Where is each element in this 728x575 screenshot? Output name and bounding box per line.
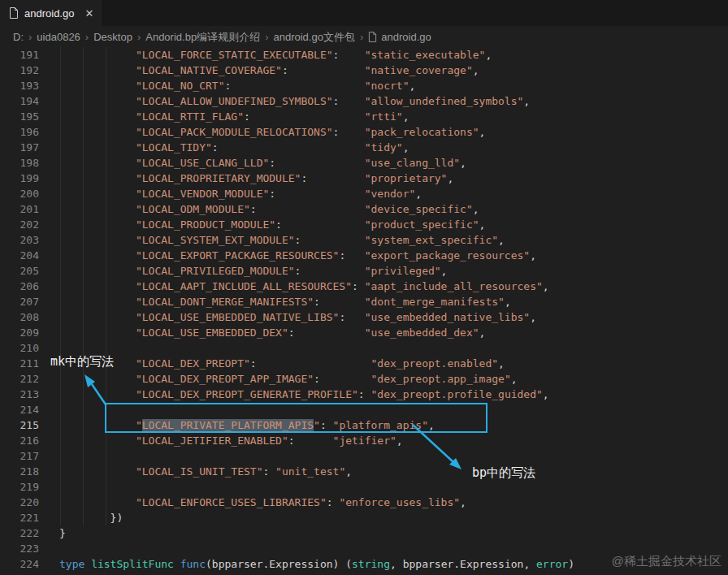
code-line[interactable]: 224type listSplitFunc func(bpparser.Expr… <box>0 556 728 572</box>
code-text: "LOCAL_AAPT_INCLUDE_ALL_RESOURCES": "aap… <box>39 279 549 294</box>
code-line[interactable]: 206 "LOCAL_AAPT_INCLUDE_ALL_RESOURCES": … <box>0 279 728 294</box>
code-text: "LOCAL_USE_CLANG_LLD": "use_clang_lld", <box>39 155 466 171</box>
code-line[interactable]: 208 "LOCAL_USE_EMBEDDED_NATIVE_LIBS": "u… <box>0 309 728 325</box>
line-number[interactable]: 211 <box>0 356 39 371</box>
breadcrumb-item[interactable]: Andorid.bp编译规则介绍 <box>145 30 260 45</box>
line-number[interactable]: 196 <box>0 124 39 140</box>
code-line[interactable]: 213 "LOCAL_DEX_PREOPT_GENERATE_PROFILE":… <box>0 387 728 402</box>
line-number[interactable]: 206 <box>0 279 39 294</box>
code-line[interactable]: 199 "LOCAL_PROPRIETARY_MODULE": "proprie… <box>0 171 728 186</box>
code-line[interactable]: 221 }) <box>0 510 728 525</box>
code-line[interactable]: 201 "LOCAL_ODM_MODULE": "device_specific… <box>0 201 728 217</box>
line-number[interactable]: 201 <box>0 201 39 217</box>
code-text: } <box>39 525 66 541</box>
breadcrumb-item[interactable]: android.go <box>368 31 431 43</box>
code-line[interactable]: 219 <box>0 479 728 495</box>
line-number[interactable]: 219 <box>0 479 39 495</box>
breadcrumb-item[interactable]: uida0826 <box>37 31 80 43</box>
code-text <box>39 448 59 464</box>
code-line[interactable]: 210 <box>0 340 728 356</box>
code-line[interactable]: 203 "LOCAL_SYSTEM_EXT_MODULE": "system_e… <box>0 232 728 248</box>
chevron-right-icon: › <box>136 31 141 43</box>
code-line[interactable]: 211 "LOCAL_DEX_PREOPT": "dex_preopt.enab… <box>0 356 728 371</box>
code-text: "LOCAL_DEX_PREOPT_GENERATE_PROFILE": "de… <box>39 387 549 402</box>
code-text: }) <box>39 510 123 525</box>
line-number[interactable]: 208 <box>0 309 39 325</box>
breadcrumb-item[interactable]: D: <box>13 31 24 43</box>
code-line[interactable]: 197 "LOCAL_TIDY": "tidy", <box>0 140 728 155</box>
code-line[interactable]: 204 "LOCAL_EXPORT_PACKAGE_RESOURCES": "e… <box>0 248 728 263</box>
code-line[interactable]: 214 <box>0 402 728 417</box>
line-number[interactable]: 209 <box>0 325 39 340</box>
code-line[interactable]: 194 "LOCAL_ALLOW_UNDEFINED_SYMBOLS": "al… <box>0 93 728 109</box>
line-number[interactable]: 224 <box>0 556 39 572</box>
file-icon <box>368 32 377 42</box>
line-number[interactable]: 191 <box>0 47 39 63</box>
code-line[interactable]: 215 "LOCAL_PRIVATE_PLATFORM_APIS": "plat… <box>0 417 728 433</box>
line-number[interactable]: 215 <box>0 417 39 433</box>
line-number[interactable]: 194 <box>0 93 39 109</box>
line-number[interactable]: 218 <box>0 464 39 479</box>
code-line[interactable]: 196 "LOCAL_PACK_MODULE_RELOCATIONS": "pa… <box>0 124 728 140</box>
code-text: "LOCAL_PROPRIETARY_MODULE": "proprietary… <box>39 171 453 186</box>
line-number[interactable]: 222 <box>0 525 39 541</box>
tab-label: android.go <box>24 7 74 19</box>
code-line[interactable]: 200 "LOCAL_VENDOR_MODULE": "vendor", <box>0 186 728 201</box>
line-number[interactable]: 213 <box>0 387 39 402</box>
line-number[interactable]: 195 <box>0 109 39 124</box>
code-area: 191 "LOCAL_FORCE_STATIC_EXECUTABLE": "st… <box>0 47 728 572</box>
line-number[interactable]: 199 <box>0 171 39 186</box>
code-line[interactable]: 222} <box>0 525 728 541</box>
code-line[interactable]: 193 "LOCAL_NO_CRT": "nocrt", <box>0 78 728 93</box>
line-number[interactable]: 203 <box>0 232 39 248</box>
code-line[interactable]: 217 <box>0 448 728 464</box>
line-number[interactable]: 204 <box>0 248 39 263</box>
code-text: "LOCAL_USE_EMBEDDED_DEX": "use_embedded_… <box>39 325 485 340</box>
line-number[interactable]: 198 <box>0 155 39 171</box>
code-text: "LOCAL_EXPORT_PACKAGE_RESOURCES": "expor… <box>39 248 536 263</box>
code-line[interactable]: 192 "LOCAL_NATIVE_COVERAGE": "native_cov… <box>0 63 728 78</box>
code-text: "LOCAL_IS_UNIT_TEST": "unit_test", <box>39 464 352 479</box>
code-line[interactable]: 198 "LOCAL_USE_CLANG_LLD": "use_clang_ll… <box>0 155 728 171</box>
code-line[interactable]: 209 "LOCAL_USE_EMBEDDED_DEX": "use_embed… <box>0 325 728 340</box>
breadcrumb-item[interactable]: android.go文件包 <box>273 30 354 45</box>
tab-bar: android.go ✕ <box>0 0 728 27</box>
chevron-right-icon: › <box>264 31 269 43</box>
line-number[interactable]: 220 <box>0 495 39 510</box>
code-line[interactable]: 195 "LOCAL_RTTI_FLAG": "rtti", <box>0 109 728 124</box>
line-number[interactable]: 197 <box>0 140 39 155</box>
line-number[interactable]: 205 <box>0 263 39 279</box>
line-number[interactable]: 210 <box>0 340 39 356</box>
code-line[interactable]: 223 <box>0 541 728 556</box>
code-line[interactable]: 191 "LOCAL_FORCE_STATIC_EXECUTABLE": "st… <box>0 47 728 63</box>
close-icon[interactable]: ✕ <box>84 8 93 19</box>
code-text: "LOCAL_RTTI_FLAG": "rtti", <box>39 109 410 124</box>
code-text: "LOCAL_DEX_PREOPT": "dex_preopt.enabled"… <box>39 356 505 371</box>
line-number[interactable]: 200 <box>0 186 39 201</box>
code-text: "LOCAL_DEX_PREOPT_APP_IMAGE": "dex_preop… <box>39 371 518 387</box>
code-text <box>39 402 59 417</box>
tab-android-go[interactable]: android.go ✕ <box>0 0 103 26</box>
code-line[interactable]: 220 "LOCAL_ENFORCE_USES_LIBRARIES": "enf… <box>0 495 728 510</box>
line-number[interactable]: 216 <box>0 433 39 448</box>
code-line[interactable]: 202 "LOCAL_PRODUCT_MODULE": "product_spe… <box>0 217 728 232</box>
line-number[interactable]: 223 <box>0 541 39 556</box>
chevron-right-icon: › <box>84 31 89 43</box>
line-number[interactable]: 214 <box>0 402 39 417</box>
code-text: "LOCAL_NATIVE_COVERAGE": "native_coverag… <box>39 63 479 78</box>
line-number[interactable]: 207 <box>0 294 39 309</box>
code-line[interactable]: 212 "LOCAL_DEX_PREOPT_APP_IMAGE": "dex_p… <box>0 371 728 387</box>
code-text: "LOCAL_JETIFIER_ENABLED": "jetifier", <box>39 433 403 448</box>
file-icon <box>9 7 19 19</box>
line-number[interactable]: 193 <box>0 78 39 93</box>
line-number[interactable]: 217 <box>0 448 39 464</box>
line-number[interactable]: 202 <box>0 217 39 232</box>
code-line[interactable]: 207 "LOCAL_DONT_MERGE_MANIFESTS": "dont_… <box>0 294 728 309</box>
code-line[interactable]: 205 "LOCAL_PRIVILEGED_MODULE": "privileg… <box>0 263 728 279</box>
line-number[interactable]: 192 <box>0 63 39 78</box>
line-number[interactable]: 212 <box>0 371 39 387</box>
line-number[interactable]: 221 <box>0 510 39 525</box>
code-line[interactable]: 218 "LOCAL_IS_UNIT_TEST": "unit_test", <box>0 464 728 479</box>
breadcrumb-item[interactable]: Desktop <box>93 31 132 43</box>
code-line[interactable]: 216 "LOCAL_JETIFIER_ENABLED": "jetifier"… <box>0 433 728 448</box>
